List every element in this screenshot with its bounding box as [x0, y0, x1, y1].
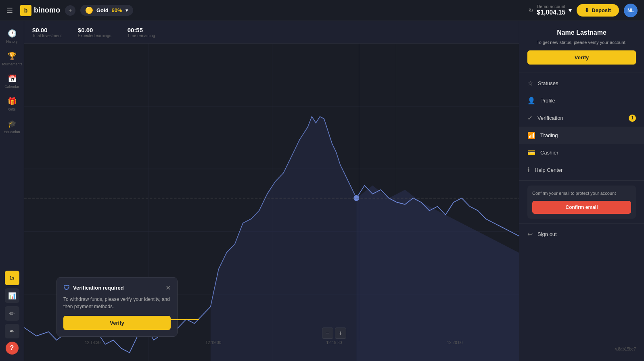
sidebar-item-calendar[interactable]: 📅 Calendar	[0, 70, 24, 93]
sidebar-label-history: History	[6, 40, 17, 44]
logo-text: binomo	[34, 6, 60, 15]
verification-badge: 1	[629, 115, 636, 122]
stat-investment: $0.00 Total Investment	[32, 27, 62, 38]
time-value: 00:55	[128, 27, 155, 33]
pencil-icon: ✏	[9, 310, 15, 317]
avatar[interactable]: NL	[624, 4, 638, 17]
version-label: v.8ab15be7	[519, 344, 644, 355]
shield-icon: 🛡	[63, 284, 70, 292]
pen-tool[interactable]: ✒	[5, 324, 19, 338]
timeframe-tool[interactable]: 1s	[5, 271, 19, 285]
cashier-label: Cashier	[540, 150, 558, 156]
deposit-icon: ⬇	[585, 7, 589, 13]
account-icon: 🟡	[85, 6, 93, 14]
profile-icon: 👤	[527, 97, 535, 104]
notification-title: 🛡 Verification required	[63, 284, 124, 292]
stat-earnings: $0.00 Expected earnings	[78, 27, 111, 38]
panel-divider-3	[519, 223, 644, 224]
notification-popup: 🛡 Verification required ✕ To withdraw fu…	[56, 277, 178, 337]
time-tick-3: 12:19:30	[326, 340, 342, 345]
investment-label: Total Investment	[32, 33, 62, 38]
notification-header: 🛡 Verification required ✕	[63, 284, 171, 292]
add-tab-button[interactable]: +	[65, 5, 75, 16]
logo: b binomo	[20, 5, 60, 16]
trophy-icon: 🏆	[8, 52, 17, 61]
sidebar-label-education: Education	[4, 130, 20, 134]
zoom-controls: − +	[322, 328, 346, 339]
account-chevron-icon[interactable]: ▾	[569, 6, 572, 14]
sidebar-item-education[interactable]: 🎓 Education	[0, 115, 24, 138]
earnings-label: Expected earnings	[78, 33, 111, 38]
sidebar-label-tournaments: Tournaments	[1, 62, 22, 66]
time-tick-2: 12:19:00	[205, 340, 221, 345]
hamburger-icon[interactable]: ☰	[6, 6, 13, 15]
signout-label: Sign out	[537, 231, 557, 237]
profile-label: Profile	[540, 98, 555, 104]
panel-menu-help[interactable]: ℹ Help Center	[519, 161, 644, 179]
draw-tool[interactable]: ✏	[5, 306, 19, 321]
deposit-button[interactable]: ⬇ Deposit	[577, 4, 619, 17]
zoom-out-button[interactable]: −	[322, 328, 333, 339]
notification-body: To withdraw funds, please verify your id…	[63, 296, 171, 310]
left-sidebar: 🕐 History 🏆 Tournaments 📅 Calendar 🎁 Gif…	[0, 21, 24, 361]
account-percent: 60%	[112, 7, 122, 13]
panel-signout[interactable]: ↩ Sign out	[519, 225, 644, 243]
pen-icon: ✒	[9, 328, 15, 335]
confirm-email-button[interactable]: Confirm email	[532, 201, 631, 214]
help-button[interactable]: ?	[6, 342, 19, 355]
confirm-email-section: Confirm your email to protect your accou…	[527, 186, 636, 218]
time-tick-1: 12:18:30	[85, 340, 100, 345]
account-selector[interactable]: 🟡 Gold 60% ▾	[80, 5, 133, 16]
sidebar-item-tournaments[interactable]: 🏆 Tournaments	[0, 48, 24, 70]
stat-time: 00:55 Time remaining	[128, 27, 155, 38]
panel-divider-2	[519, 180, 644, 181]
trading-icon: 📶	[527, 131, 535, 139]
investment-value: $0.00	[32, 27, 62, 33]
panel-divider-1	[519, 73, 644, 73]
panel-verify-button[interactable]: Verify	[527, 50, 636, 65]
chevron-down-icon: ▾	[125, 7, 128, 13]
demo-account: ↻ Demo account $1,004.15 ▾	[529, 4, 572, 16]
help-label: Help Center	[535, 167, 562, 173]
panel-menu-profile[interactable]: 👤 Profile	[519, 92, 644, 109]
trading-label: Trading	[540, 132, 558, 138]
logo-icon: b	[20, 5, 31, 16]
notification-verify-button[interactable]: Verify	[63, 316, 171, 330]
timeframe-icon: 1s	[9, 275, 14, 280]
confirm-email-text: Confirm your email to protect your accou…	[532, 190, 631, 196]
refresh-icon[interactable]: ↻	[529, 7, 533, 14]
demo-balance: $1,004.15	[537, 9, 565, 16]
navbar: ☰ b binomo + 🟡 Gold 60% ▾ ↻ Demo account…	[0, 0, 644, 21]
statuses-icon: ☆	[527, 79, 533, 87]
account-name: Gold	[96, 7, 109, 13]
panel-verify-message: To get new status, please verify your ac…	[519, 40, 644, 50]
chart-icon: 📊	[8, 292, 16, 300]
history-icon: 🕐	[8, 29, 17, 38]
earnings-value: $0.00	[78, 27, 111, 33]
yellow-arrow	[157, 316, 199, 323]
cashier-icon: 💳	[527, 149, 535, 157]
sidebar-label-gifts: Gifts	[8, 107, 16, 111]
gift-icon: 🎁	[8, 97, 17, 106]
help-icon: ℹ	[527, 166, 530, 174]
panel-menu-statuses[interactable]: ☆ Statuses	[519, 75, 644, 92]
sidebar-item-history[interactable]: 🕐 History	[0, 25, 24, 48]
education-icon: 🎓	[8, 119, 17, 128]
notification-close-button[interactable]: ✕	[165, 284, 171, 292]
time-label: Time remaining	[128, 33, 155, 38]
calendar-icon: 📅	[8, 74, 17, 83]
panel-menu-verification[interactable]: ✓ Verification 1	[519, 109, 644, 127]
sidebar-item-gifts[interactable]: 🎁 Gifts	[0, 93, 24, 115]
sidebar-label-calendar: Calendar	[4, 85, 19, 89]
right-panel: Name Lastname To get new status, please …	[519, 21, 644, 361]
zoom-in-button[interactable]: +	[335, 328, 346, 339]
verification-label: Verification	[537, 115, 563, 121]
panel-menu-cashier[interactable]: 💳 Cashier	[519, 144, 644, 161]
time-separator	[359, 44, 359, 341]
panel-user-name: Name Lastname	[519, 27, 644, 40]
statuses-label: Statuses	[538, 80, 558, 86]
question-icon: ?	[10, 344, 14, 352]
panel-menu-trading[interactable]: 📶 Trading	[519, 127, 644, 144]
time-tick-4: 12:20:00	[447, 340, 463, 345]
chart-tool[interactable]: 📊	[5, 288, 19, 303]
